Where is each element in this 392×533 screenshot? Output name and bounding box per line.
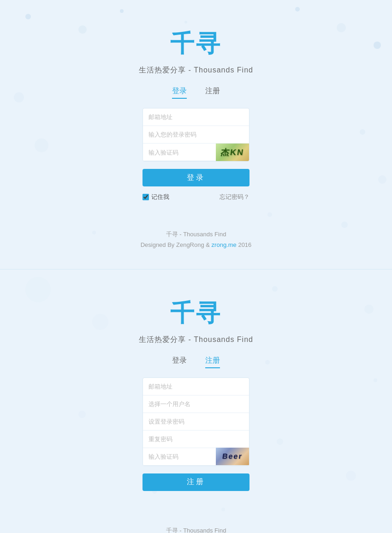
captcha-image-login[interactable]: 杰KN [216,144,249,161]
tab-login[interactable]: 登录 [172,86,187,99]
captcha-input-wrapper-login[interactable] [143,148,216,156]
footer-register: 千寻 - Thousands Find Designed By ZengRong… [141,525,252,533]
footer-line1-register: 千寻 - Thousands Find [141,525,252,533]
page-wrapper: 千寻 生活热爱分享 - Thousands Find 登录 注册 杰KN 登录 [0,0,392,533]
footer-line1-login: 千寻 - Thousands Find [141,229,252,240]
captcha-field-login: 杰KN [143,144,249,161]
captcha-text-login: 杰KN [220,147,244,158]
remember-me-checkbox[interactable] [143,194,149,200]
register-form-box: Beer [143,377,249,466]
tab-register-link[interactable]: 注册 [205,86,220,99]
tab-register[interactable]: 注册 [205,356,220,368]
captcha-input-register[interactable] [148,453,210,460]
username-input-register[interactable] [148,401,244,407]
app-logo-login: 千寻 [170,28,222,60]
captcha-input-login[interactable] [148,149,210,156]
login-button[interactable]: 登录 [143,169,249,186]
remember-me-text: 记住我 [151,193,169,201]
login-form-options: 记住我 忘记密码？ [143,193,249,201]
email-field-register[interactable] [143,378,249,395]
register-button[interactable]: 注册 [143,473,249,491]
footer-login: 千寻 - Thousands Find Designed By ZengRong… [141,229,252,251]
captcha-field-register: Beer [143,448,249,466]
login-tabs: 登录 注册 [172,86,220,99]
footer-link-login[interactable]: zrong.me [212,241,237,248]
password-field-register[interactable] [143,413,249,431]
forgot-password-link[interactable]: 忘记密码？ [220,193,249,201]
tab-login-link[interactable]: 登录 [172,356,187,368]
confirm-password-field-register[interactable] [143,431,249,448]
captcha-text-register: Beer [222,452,243,461]
app-subtitle-register: 生活热爱分享 - Thousands Find [139,335,253,345]
login-section: 千寻 生活热爱分享 - Thousands Find 登录 注册 杰KN 登录 [0,0,392,269]
username-field-register[interactable] [143,395,249,413]
captcha-input-wrapper-register[interactable] [143,452,216,461]
captcha-image-register[interactable]: Beer [216,448,249,465]
app-subtitle-login: 生活热爱分享 - Thousands Find [139,66,253,75]
password-input-register[interactable] [148,418,244,425]
email-field-login[interactable] [143,108,249,126]
password-input-login[interactable] [148,131,244,138]
password-field-login[interactable] [143,126,249,144]
confirm-password-input-register[interactable] [148,436,244,443]
register-section: 千寻 生活热爱分享 - Thousands Find 登录 注册 [0,269,392,533]
email-input-register[interactable] [148,383,244,390]
remember-me-label[interactable]: 记住我 [143,193,169,201]
login-form-box: 杰KN [143,108,249,162]
footer-line2-login: Designed By ZengRong & zrong.me 2016 [141,240,252,250]
app-logo-register: 千寻 [170,297,222,329]
register-tabs: 登录 注册 [172,356,220,368]
email-input-login[interactable] [148,114,244,120]
